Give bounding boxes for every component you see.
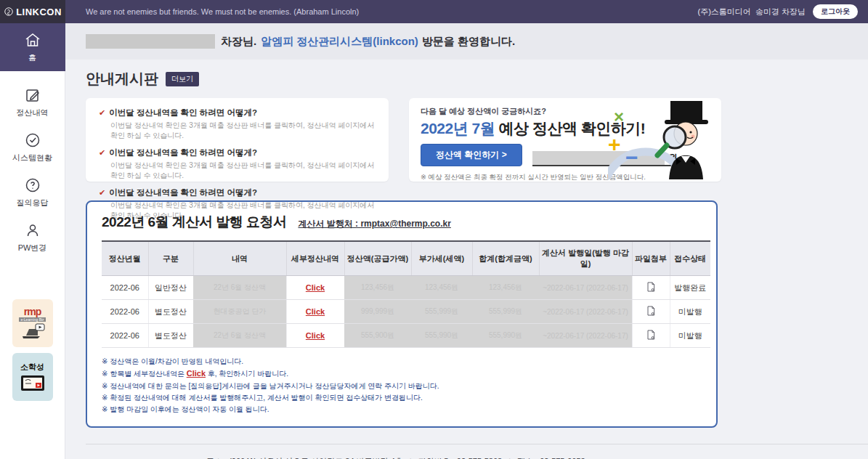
- cell-month: 2022-06: [102, 324, 148, 348]
- cell-description-redacted: 22년 6월 정산액: [193, 324, 286, 348]
- cell-status: 발행완료: [670, 276, 710, 300]
- cell-status: 미발행: [670, 300, 710, 324]
- estimate-card: 다음 달 예상 정산액이 궁금하시죠? 2022년 7월 예상 정산액 확인하기…: [409, 98, 721, 182]
- banner-rmp[interactable]: rmp e-Learning Biz: [12, 299, 53, 347]
- laptop-illustration-icon: [20, 322, 46, 341]
- note-prefix: ※ 항목별 세부정산내역은: [102, 370, 187, 378]
- sidebar-item-label: 시스템현황: [12, 153, 52, 163]
- col-detail: 세부정산내역: [286, 241, 344, 276]
- person-icon: [24, 222, 41, 239]
- cell-month: 2022-06: [102, 276, 148, 300]
- notice-more-button[interactable]: 더보기: [166, 72, 199, 86]
- file-attach-icon[interactable]: [645, 329, 657, 341]
- estimate-title-month: 2022년 7월: [421, 120, 495, 137]
- sidebar-banners: rmp e-Learning Biz 소학성: [12, 299, 53, 401]
- linkcon-logo-icon: [4, 7, 14, 17]
- note-line: ※ 확정된 정산내역에 대해 계산서를 발행해주시고, 계산서 발행이 확인되면…: [102, 392, 702, 404]
- footer-address: 주소 : (06641) 서울시 서초구 사임당로 84 반곡빌딩 4층: [206, 456, 403, 459]
- banner-rmp-title: rmp: [24, 306, 41, 317]
- col-description: 내역: [193, 241, 286, 276]
- estimate-lead: 다음 달 예상 정산액이 궁금하시죠?: [421, 106, 710, 117]
- topbar: We are not enemies but friends. We must …: [65, 0, 868, 23]
- edit-icon: [24, 86, 41, 104]
- welcome-bar: 차장님. 알엠피 정산관리시스템(linkcon) 방문을 환영합니다.: [65, 23, 868, 60]
- sidebar-item-qna[interactable]: 질의응답: [0, 170, 65, 215]
- logout-button[interactable]: 로그아웃: [813, 4, 858, 19]
- currency-unit: 원: [668, 152, 678, 165]
- detail-click-link[interactable]: Click: [306, 331, 325, 340]
- main-content: 차장님. 알엠피 정산관리시스템(linkcon) 방문을 환영합니다. 안내게…: [65, 23, 868, 459]
- table-header-row: 정산년월 구분 내역 세부정산내역 정산액(공급가액) 부가세(세액) 합계(합…: [102, 241, 710, 276]
- footer: rmp e-Learning Biz 주소 : (06641) 서울시 서초구 …: [86, 444, 868, 459]
- cell-supply-redacted: 123,456원: [344, 276, 411, 300]
- notice-board-title: 안내게시판: [86, 69, 158, 89]
- sidebar-item-pw-change[interactable]: PW변경: [0, 215, 65, 260]
- check-icon: [99, 108, 105, 118]
- invoice-issuer-link[interactable]: 계산서 발행처 : rmptax@thermp.co.kr: [298, 218, 450, 230]
- check-icon: [99, 148, 105, 158]
- notice-item[interactable]: 이번달 정산내역을 확인 하려면 어떻게? 이번달 정산내역 확인은 3개월 매…: [99, 107, 376, 141]
- footer-contact: 알엠피 정산담당자 : calc@thermp.co.kr: [719, 456, 868, 459]
- sidebar-item-home[interactable]: 홈: [0, 23, 65, 71]
- cell-vat-redacted: 555,999원: [411, 300, 472, 324]
- banner-sohakseong-title: 소학성: [20, 362, 44, 373]
- cell-issue-date-redacted: ~2022-06-17 (2022-06-17): [539, 276, 632, 300]
- note-line: ※ 발행 마감일 이후에는 정산액이 자동 이월 됩니다.: [102, 404, 702, 415]
- system-name-link[interactable]: 알엠피 정산관리시스템(linkcon): [261, 35, 418, 49]
- redacted-user-name: [86, 34, 215, 49]
- notice-answer: 이번달 정산내역 확인은 3개월 매출 정산판 배너를 클릭하여, 정산내역 페…: [110, 121, 376, 141]
- footer-info: 주소 : (06641) 서울시 서초구 사임당로 84 반곡빌딩 4층 | 전…: [206, 456, 585, 459]
- topbar-quote: We are not enemies but friends. We must …: [86, 7, 359, 16]
- tablet-illustration-icon: [19, 373, 46, 393]
- col-file-attach: 파일첨부: [632, 241, 670, 276]
- banner-sohakseong[interactable]: 소학성: [12, 353, 53, 401]
- sidebar-item-label: 정산내역: [17, 107, 49, 118]
- note-click-link[interactable]: Click: [187, 369, 206, 378]
- notice-question[interactable]: 이번달 정산내역을 확인 하려면 어떻게?: [109, 187, 257, 198]
- cell-total-redacted: 555,999원: [472, 300, 539, 324]
- col-vat: 부가세(세액): [411, 241, 472, 276]
- footer-rmp-logo: rmp e-Learning Biz: [97, 456, 206, 459]
- note-line: ※ 정산내역에 대한 문의는 [질의응답]게시판에 글을 남겨주시거나 정산담당…: [102, 381, 702, 392]
- notice-item[interactable]: 이번달 정산내역을 확인 하려면 어떻게? 이번달 정산내역 확인은 3개월 매…: [99, 147, 376, 181]
- note-line: ※ 정산액은 이월/차감이 반영된 내역입니다.: [102, 356, 702, 367]
- request-notes: ※ 정산액은 이월/차감이 반영된 내역입니다. ※ 항목별 세부정산내역은 C…: [102, 356, 702, 416]
- cell-issue-date-redacted: ~2022-06-17 (2022-06-17): [539, 324, 632, 348]
- cell-supply-redacted: 555,900원: [344, 324, 411, 348]
- cell-category: 일반정산: [148, 276, 193, 300]
- footer-fax: 팩스 : 02-575-9653: [517, 456, 585, 459]
- footer-phone: 전화번호 : 02-575-5868: [418, 456, 503, 459]
- estimate-note: ※ 예상 정산액은 최종 확정 전까지 실시간 반영되는 일반 정산금액입니다.: [421, 173, 710, 182]
- notice-question[interactable]: 이번달 정산내역을 확인 하려면 어떻게?: [109, 147, 257, 158]
- notice-board-card: 이번달 정산내역을 확인 하려면 어떻게? 이번달 정산내역 확인은 3개월 매…: [86, 98, 389, 182]
- file-attach-icon[interactable]: [645, 305, 657, 317]
- sidebar-item-system-status[interactable]: 시스템현황: [0, 125, 65, 170]
- sidebar-item-settlement[interactable]: 정산내역: [0, 80, 65, 125]
- linkcon-logo[interactable]: LINKCON: [0, 0, 65, 23]
- question-circle-icon: [24, 176, 41, 194]
- sidebar-item-label: PW변경: [18, 243, 47, 253]
- welcome-tail: 방문을 환영합니다.: [422, 35, 515, 49]
- detail-click-link[interactable]: Click: [306, 283, 325, 292]
- note-suffix: 후, 확인하시기 바랍니다.: [206, 370, 288, 378]
- cell-vat-redacted: 555,990원: [411, 324, 472, 348]
- notice-question[interactable]: 이번달 정산내역을 확인 하려면 어떻게?: [109, 107, 257, 118]
- topbar-user-name: (주)스톰미디어 송미경 차장님: [698, 7, 806, 17]
- col-total: 합계(합계금액): [472, 241, 539, 276]
- estimate-amount-field: 원: [532, 151, 678, 166]
- welcome-name-suffix: 차장님.: [221, 35, 256, 49]
- cell-total-redacted: 123,456원: [472, 276, 539, 300]
- detail-click-link[interactable]: Click: [306, 307, 325, 316]
- sidebar-item-label: 질의응답: [17, 198, 49, 208]
- table-row: 2022-06 일반정산 22년 6월 정산액 Click 123,456원 1…: [102, 276, 710, 300]
- check-settlement-button[interactable]: 정산액 확인하기 >: [421, 144, 522, 166]
- sidebar: 홈 정산내역 시스템현황 질의응답 PW변경 rmp e-Learning Bi…: [0, 23, 65, 459]
- col-status: 접수상태: [670, 241, 710, 276]
- estimate-title-rest: 예상 정산액 확인하기!: [495, 120, 645, 137]
- estimate-title: 2022년 7월 예상 정산액 확인하기!: [421, 118, 710, 139]
- home-icon: [24, 31, 41, 49]
- col-settlement-month: 정산년월: [102, 241, 148, 276]
- settlement-table: 정산년월 구분 내역 세부정산내역 정산액(공급가액) 부가세(세액) 합계(합…: [102, 240, 710, 348]
- file-attach-icon[interactable]: [645, 281, 657, 293]
- cell-supply-redacted: 999,999원: [344, 300, 411, 324]
